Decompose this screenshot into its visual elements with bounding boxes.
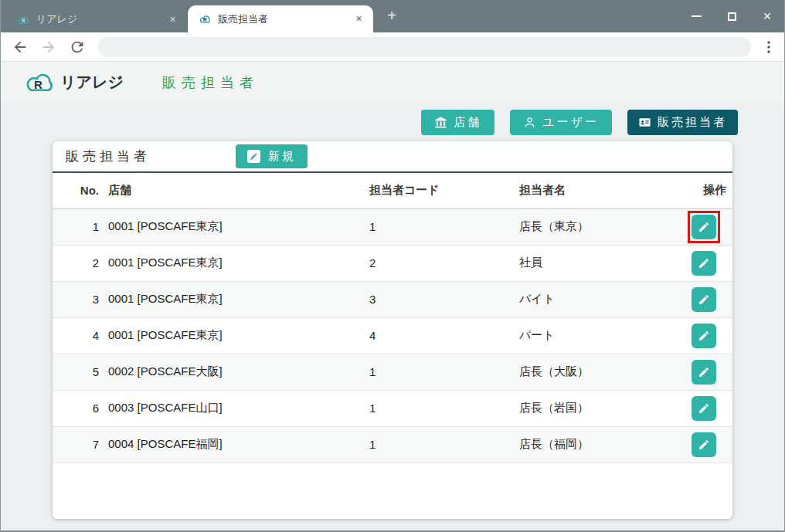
window-controls: × bbox=[678, 0, 785, 32]
store-cell: 0003 [POSCAFE山口] bbox=[108, 390, 369, 426]
close-icon: × bbox=[763, 9, 772, 23]
column-header-no: No. bbox=[53, 173, 108, 208]
close-button[interactable]: × bbox=[749, 0, 785, 32]
row-number-cell: 2 bbox=[53, 245, 108, 281]
user-icon bbox=[523, 116, 536, 129]
pencil-icon bbox=[247, 150, 260, 163]
store-cell: 0001 [POSCAFE東京] bbox=[108, 245, 369, 281]
app-header: R リアレジ 販売担当者 bbox=[0, 62, 785, 103]
logo-text: リアレジ bbox=[60, 72, 124, 93]
minimize-icon bbox=[692, 15, 702, 17]
app-favicon-icon: R bbox=[17, 13, 30, 26]
pencil-icon bbox=[698, 402, 710, 415]
table-row: 1 0001 [POSCAFE東京] 1 店長（東京） bbox=[53, 208, 732, 245]
staff-code-cell: 2 bbox=[369, 245, 519, 281]
sales-staff-table: No. 店舗 担当者コード 担当者名 操作 1 0001 [POSCAFE東京]… bbox=[53, 173, 732, 463]
browser-toolbar bbox=[0, 32, 785, 62]
pencil-icon bbox=[698, 221, 710, 233]
forward-button[interactable] bbox=[40, 39, 57, 56]
tab-title: 販売担当者 bbox=[218, 12, 352, 26]
staff-name-cell: 店長（岩国） bbox=[519, 390, 671, 426]
edit-button[interactable] bbox=[692, 360, 716, 385]
nav-button-users[interactable]: ユーザー bbox=[510, 110, 612, 135]
tab-close-icon[interactable]: × bbox=[352, 12, 365, 25]
row-number-cell: 3 bbox=[53, 281, 108, 317]
new-record-button[interactable]: 新規 bbox=[236, 144, 308, 168]
staff-code-cell: 4 bbox=[369, 317, 519, 354]
pencil-icon bbox=[698, 330, 710, 342]
pencil-icon bbox=[698, 293, 710, 306]
edit-button[interactable] bbox=[692, 324, 716, 348]
store-cell: 0001 [POSCAFE東京] bbox=[108, 317, 369, 354]
edit-button[interactable] bbox=[692, 396, 716, 421]
edit-button-highlight bbox=[688, 247, 720, 280]
id-card-icon bbox=[638, 116, 651, 129]
new-button-label: 新規 bbox=[268, 149, 296, 164]
edit-button[interactable] bbox=[692, 215, 716, 239]
tab-close-icon[interactable]: × bbox=[166, 13, 179, 26]
staff-code-cell: 3 bbox=[369, 281, 519, 317]
table-row: 6 0003 [POSCAFE山口] 1 店長（岩国） bbox=[53, 390, 732, 426]
edit-button[interactable] bbox=[692, 287, 716, 312]
staff-name-cell: 店長（東京） bbox=[519, 208, 671, 245]
table-row: 2 0001 [POSCAFE東京] 2 社員 bbox=[53, 245, 732, 281]
edit-button[interactable] bbox=[692, 432, 716, 457]
maximize-button[interactable] bbox=[714, 0, 749, 32]
panel-header: 販売担当者 新規 bbox=[53, 141, 732, 173]
edit-button-highlight bbox=[688, 283, 720, 316]
tab-sales-staff[interactable]: R 販売担当者 × bbox=[188, 5, 373, 32]
address-bar[interactable] bbox=[98, 37, 751, 57]
edit-button-highlight bbox=[688, 320, 720, 352]
staff-name-cell: 店長（福岡） bbox=[519, 426, 671, 463]
column-header-ops: 操作 bbox=[671, 173, 732, 208]
staff-name-cell: バイト bbox=[519, 281, 671, 317]
staff-code-cell: 1 bbox=[369, 426, 519, 463]
tab-title: リアレジ bbox=[36, 12, 166, 26]
edit-button[interactable] bbox=[692, 251, 716, 276]
nav-button-label: ユーザー bbox=[542, 115, 599, 130]
new-tab-button[interactable]: + bbox=[381, 5, 403, 27]
cloud-r-logo-icon: R bbox=[23, 70, 57, 95]
nav-button-label: 販売担当者 bbox=[658, 115, 727, 130]
maximize-icon bbox=[728, 12, 736, 21]
store-cell: 0001 [POSCAFE東京] bbox=[108, 281, 369, 317]
edit-button-highlight bbox=[688, 211, 720, 243]
row-number-cell: 4 bbox=[53, 317, 108, 354]
store-cell: 0001 [POSCAFE東京] bbox=[108, 208, 369, 245]
staff-name-cell: 店長（大阪） bbox=[519, 354, 671, 390]
table-row: 3 0001 [POSCAFE東京] 3 バイト bbox=[53, 281, 732, 317]
panel-title: 販売担当者 bbox=[66, 147, 151, 165]
column-header-name: 担当者名 bbox=[519, 173, 671, 208]
entity-nav: 店舗 ユーザー 販売担当者 bbox=[0, 103, 785, 135]
table-row: 7 0004 [POSCAFE福岡] 1 店長（福岡） bbox=[53, 426, 732, 463]
table-header-row: No. 店舗 担当者コード 担当者名 操作 bbox=[53, 173, 732, 208]
nav-button-stores[interactable]: 店舗 bbox=[421, 110, 494, 135]
reload-button[interactable] bbox=[69, 39, 86, 56]
column-header-store: 店舗 bbox=[108, 173, 369, 208]
store-cell: 0002 [POSCAFE大阪] bbox=[108, 354, 369, 390]
staff-code-cell: 1 bbox=[369, 354, 519, 390]
main-content: 店舗 ユーザー 販売担当者 販売担当者 新規 No. bbox=[0, 103, 785, 532]
bank-icon bbox=[434, 116, 447, 129]
staff-name-cell: パート bbox=[519, 317, 671, 354]
edit-button-highlight bbox=[688, 392, 720, 425]
row-number-cell: 5 bbox=[53, 354, 108, 390]
pencil-icon bbox=[698, 257, 710, 269]
minimize-button[interactable] bbox=[678, 0, 714, 32]
tab-rearegi[interactable]: R リアレジ × bbox=[6, 6, 188, 32]
sales-staff-panel: 販売担当者 新規 No. 店舗 担当者コード 担当者名 操作 1 0 bbox=[53, 141, 732, 519]
table-row: 4 0001 [POSCAFE東京] 4 パート bbox=[53, 317, 732, 354]
svg-text:R: R bbox=[203, 17, 207, 22]
row-number-cell: 1 bbox=[53, 208, 108, 245]
table-row: 5 0002 [POSCAFE大阪] 1 店長（大阪） bbox=[53, 354, 732, 390]
row-number-cell: 7 bbox=[53, 426, 108, 463]
staff-name-cell: 社員 bbox=[519, 245, 671, 281]
svg-text:R: R bbox=[34, 78, 42, 91]
row-number-cell: 6 bbox=[53, 390, 108, 426]
nav-button-sales-staff[interactable]: 販売担当者 bbox=[627, 110, 738, 135]
pencil-icon bbox=[698, 439, 710, 451]
browser-menu-icon[interactable] bbox=[762, 39, 776, 56]
column-header-code: 担当者コード bbox=[369, 173, 519, 208]
svg-text:R: R bbox=[22, 17, 25, 22]
back-button[interactable] bbox=[12, 39, 29, 56]
